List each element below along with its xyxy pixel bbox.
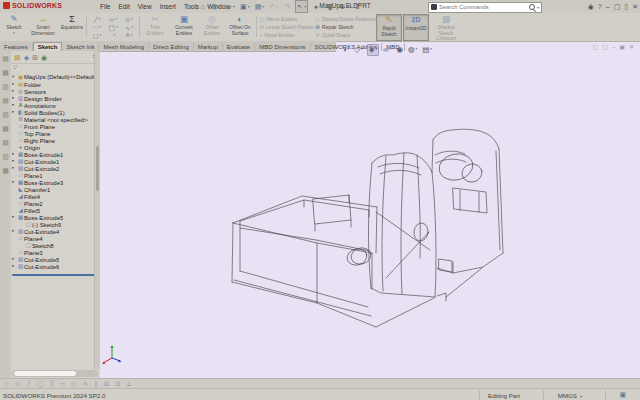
menu-item[interactable]: File	[96, 3, 114, 10]
doc-minimize-button[interactable]: –	[612, 44, 615, 50]
linear-sketch-pattern-button[interactable]: ⊞ Linear Sketch Pattern	[259, 23, 311, 30]
bottom-ellipse-tool-icon[interactable]: ◯	[36, 381, 43, 388]
command-tab[interactable]: MBD	[382, 43, 404, 51]
tree-horizontal-scrollbar-thumb[interactable]	[14, 371, 76, 376]
tree-item[interactable]: Cut-Extrude4	[12, 228, 94, 235]
bottom-circle-tool-icon[interactable]: ⊙	[15, 381, 20, 388]
doc-cascade-button[interactable]: ▢	[593, 44, 599, 50]
offset-entities-button[interactable]: ◎ Offset Entities	[200, 14, 224, 39]
bottom-run-tool-icon[interactable]: ▷	[72, 381, 77, 388]
circle-tool-button[interactable]: ⊙	[121, 15, 137, 23]
tree-item[interactable]: Cut-Extrude1	[12, 158, 94, 165]
bottom-pattern-add-icon[interactable]: ⊞	[103, 381, 108, 388]
left-toolbar-icon-6[interactable]: ▦	[2, 125, 9, 132]
bottom-rectangle-tool-icon[interactable]: ▭	[60, 381, 66, 388]
arc-tool-button[interactable]: ◠	[89, 23, 105, 31]
tree-item[interactable]: Top Plane	[12, 130, 94, 137]
text-tool-button[interactable]: A	[121, 31, 137, 39]
tree-item[interactable]: Solid Bodies(1)	[12, 109, 94, 116]
displaymanager-tab-icon[interactable]: ◉	[41, 54, 47, 61]
bottom-line-tool-icon[interactable]: ╱	[26, 381, 30, 388]
search-dropdown-icon[interactable]: ▾	[537, 5, 539, 10]
bottom-parallel-tool-icon[interactable]: ∥	[94, 381, 97, 388]
tree-vertical-scrollbar[interactable]	[94, 51, 100, 369]
command-tab[interactable]: MBD Dimensions	[255, 43, 310, 51]
line-tool-button[interactable]: ╱	[89, 15, 105, 23]
search-icon[interactable]	[529, 4, 535, 10]
tree-item[interactable]: Origin	[12, 144, 94, 151]
tree-vertical-scrollbar-thumb[interactable]	[96, 146, 99, 191]
tree-item[interactable]: Cut-Extrude2	[12, 165, 94, 172]
command-tab[interactable]: Features	[0, 43, 33, 51]
display-delete-relations-button[interactable]: △ Display/Delete Relations	[315, 15, 371, 22]
tree-item[interactable]: Right Plane	[12, 137, 94, 144]
search-input[interactable]	[439, 3, 527, 11]
left-toolbar-icon-4[interactable]: ▤	[2, 97, 9, 104]
apply-scene-button[interactable]: ◍	[407, 45, 418, 55]
instant2d-button[interactable]: 2D Instant2D	[403, 14, 429, 41]
command-tab[interactable]: Evaluate	[223, 43, 255, 51]
command-tab[interactable]: Mesh Modeling	[99, 43, 149, 51]
command-tab[interactable]: Sketch Ink	[62, 43, 99, 51]
trim-entities-button[interactable]: ✂ Trim Entities	[142, 14, 168, 39]
offset-on-surface-button[interactable]: ◐ Offset On Surface	[226, 14, 254, 39]
left-toolbar-icon-2[interactable]: ▦	[2, 69, 9, 76]
command-tab[interactable]: Direct Editing	[149, 43, 194, 51]
configurationmanager-tab-icon[interactable]: ⊞	[32, 54, 38, 61]
view-settings-button[interactable]: ▤	[421, 45, 433, 55]
tree-filter-icon[interactable]: ▽	[13, 64, 17, 70]
help-button[interactable]: ?	[598, 3, 602, 10]
bottom-select-tool-icon[interactable]: ▷	[4, 381, 9, 388]
bottom-angle-tool-icon[interactable]: ∠	[126, 381, 132, 388]
tree-item[interactable]: Plane3	[12, 249, 94, 256]
menu-item[interactable]: Insert	[156, 3, 180, 10]
left-toolbar-icon-7[interactable]: ▤	[2, 139, 9, 146]
tree-horizontal-scrollbar[interactable]	[12, 370, 98, 377]
bottom-delete-tool-icon[interactable]: ╳	[50, 381, 54, 388]
slot-tool-button[interactable]: ▢	[89, 31, 105, 39]
sketch-dropdown-icon[interactable]: ▾	[13, 31, 15, 35]
left-toolbar-icon-5[interactable]: ▧	[2, 111, 9, 118]
tree-item[interactable]: Plane2	[12, 200, 94, 207]
tree-item[interactable]: Boss-Extrude3	[12, 179, 94, 186]
rapid-sketch-button[interactable]: ✎ Rapid Sketch	[376, 14, 402, 41]
rectangle-tool-button[interactable]: ▭	[105, 15, 121, 23]
home-button[interactable]: ⌂	[196, 0, 209, 13]
featuremanager-tab-icon[interactable]: ▤	[14, 54, 21, 61]
bottom-pattern-remove-icon[interactable]: ⊟	[115, 381, 120, 388]
spline-tool-button[interactable]: ∿	[121, 23, 137, 31]
doc-close-button[interactable]: ✕	[629, 44, 634, 50]
sketch-button[interactable]: ✎ Sketch ▾	[2, 14, 26, 39]
command-tab[interactable]: SOLIDWORKS Add-Ins	[311, 43, 383, 51]
units-selector[interactable]: MMGS	[558, 392, 582, 399]
left-toolbar-icon-9[interactable]: ▦	[2, 167, 9, 174]
login-button[interactable]: ◉	[588, 3, 594, 10]
tree-item[interactable]: Material <not specified>	[12, 116, 94, 123]
repair-sketch-button[interactable]: ⊕ Repair Sketch	[315, 23, 371, 30]
tree-item[interactable]: Design Binder	[12, 95, 94, 102]
custom-properties-tag-icon[interactable]: ▣	[619, 391, 626, 399]
tree-item[interactable]: Annotations	[12, 102, 94, 109]
restore-button[interactable]: ▯	[624, 3, 628, 10]
left-toolbar-icon-8[interactable]: ▥	[2, 153, 9, 160]
open-button[interactable]: ▱	[224, 0, 237, 13]
tree-item[interactable]: Folder	[12, 81, 94, 88]
maximize-button[interactable]: ▢	[614, 3, 621, 10]
menu-item[interactable]: Edit	[114, 3, 133, 10]
point-tool-button[interactable]: ·	[105, 31, 121, 39]
tree-item[interactable]: Boss-Extrude5	[12, 214, 94, 221]
tree-item[interactable]: Sketch8	[12, 242, 94, 249]
tree-item[interactable]: Cut-Extrude6	[12, 263, 94, 270]
ellipse-tool-button[interactable]: ◯	[105, 23, 121, 31]
close-button[interactable]: ✕	[632, 3, 638, 10]
minimize-button[interactable]: –	[606, 3, 610, 10]
convert-entities-button[interactable]: ▣ Convert Entities	[170, 14, 198, 39]
menu-item[interactable]: View	[134, 3, 156, 10]
left-toolbar-icon-3[interactable]: ▥	[2, 83, 9, 90]
command-tab[interactable]: Markup	[194, 43, 223, 51]
tree-item[interactable]: Chamfer1	[12, 186, 94, 193]
model-wireframe[interactable]	[220, 110, 520, 340]
doc-tile-button[interactable]: ▢	[602, 44, 608, 50]
tree-item[interactable]: Fillet4	[12, 193, 94, 200]
propertymanager-tab-icon[interactable]: ◈	[24, 54, 29, 61]
